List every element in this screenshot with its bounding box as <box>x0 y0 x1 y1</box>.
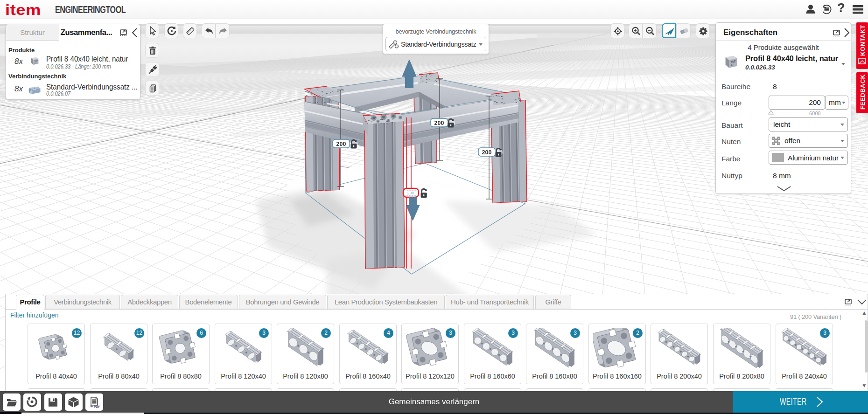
svg-text:200: 200 <box>482 149 492 156</box>
svg-text:200: 200 <box>336 141 346 147</box>
svg-text:KONTAKT: KONTAKT <box>859 25 866 56</box>
svg-text:200: 200 <box>434 120 444 126</box>
svg-text:FEEDBACK: FEEDBACK <box>859 74 866 110</box>
svg-text:200: 200 <box>407 191 414 195</box>
